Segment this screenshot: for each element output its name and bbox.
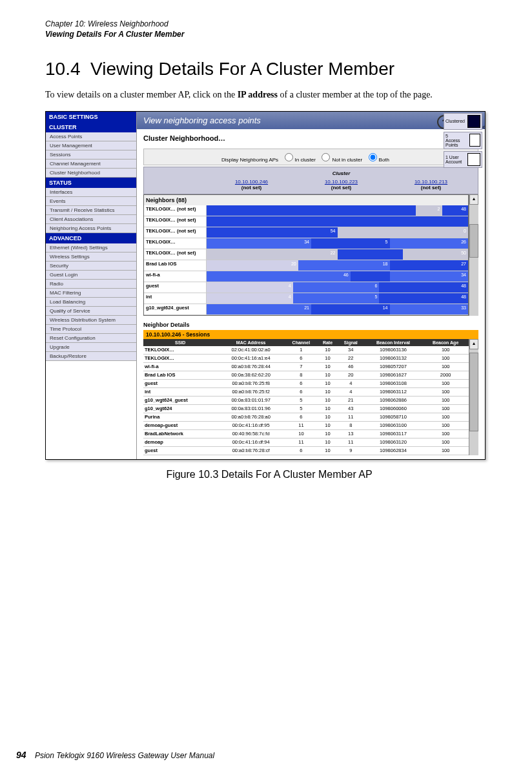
signal-bar xyxy=(207,216,468,227)
neighbor-row: TEKLOGIX… (not set)540 xyxy=(144,227,468,238)
signal-bar: 20 xyxy=(207,260,298,271)
nav-item[interactable]: Security xyxy=(46,262,136,271)
table-row: TEKLOGIX…02:0c:41:00:02:a011034109806313… xyxy=(143,346,469,355)
nav-item[interactable]: Radio xyxy=(46,280,136,289)
info-users[interactable]: 1 UserAccount xyxy=(444,151,482,168)
neighbor-label: TEKLOGIX… (not set) xyxy=(144,205,207,216)
filter-bar: Display Neighboring APs In cluster Not i… xyxy=(143,149,478,165)
signal-bar: 22 xyxy=(207,249,338,260)
scroll-thumb[interactable] xyxy=(469,224,478,258)
nav-item[interactable]: Time Protocol xyxy=(46,325,136,334)
nav-item[interactable]: Reset Configuration xyxy=(46,334,136,343)
scroll-thumb[interactable] xyxy=(469,353,478,431)
nav-item[interactable]: Wireless Settings xyxy=(46,253,136,262)
nav-item[interactable]: User Management xyxy=(46,141,136,150)
table-header: MAC Address xyxy=(217,339,284,346)
signal-bar: 46 xyxy=(207,271,351,282)
radio-both[interactable] xyxy=(369,153,377,161)
nav-item[interactable]: Ethernet (Wired) Settings xyxy=(46,243,136,253)
details-title: Neighbor Details xyxy=(143,320,478,330)
nav-item[interactable]: Backup/Restore xyxy=(46,352,136,361)
nav-item[interactable]: Cluster Neighborhood xyxy=(46,169,136,178)
nav-cluster[interactable]: CLUSTER xyxy=(46,122,136,132)
neighbor-label: TEKLOGIX… (not set) xyxy=(144,249,207,260)
neighbor-row: guest4648 xyxy=(144,282,468,293)
nav-item[interactable]: Sessions xyxy=(46,150,136,160)
info-aps[interactable]: 5Access Points xyxy=(444,132,482,149)
table-row: wi-fi-a00:a0:b8:76:28:447104610980572071… xyxy=(143,362,469,371)
nav-item[interactable]: Interfaces xyxy=(46,188,136,197)
nav-item[interactable]: Channel Management xyxy=(46,160,136,169)
table-header: Channel xyxy=(285,339,318,346)
neighbor-row: int4548 xyxy=(144,293,468,304)
nav-advanced[interactable]: ADVANCED xyxy=(46,233,136,243)
neighbor-row: TEKLOGIX… (not set) xyxy=(144,216,468,227)
subhead: Cluster Neighborhood… xyxy=(137,129,485,147)
cluster-ip-link[interactable]: 10.10.100.223 xyxy=(325,179,358,185)
signal-bar: 5 xyxy=(293,293,380,304)
page-header: Chapter 10: Wireless Neighborhood Viewin… xyxy=(45,19,493,39)
table-header: Rate xyxy=(318,339,338,346)
table-row: TEKLOGIX…00:0c:41:16:a1:e461022109806313… xyxy=(143,354,469,362)
neighbor-label: TEKLOGIX… xyxy=(144,238,207,249)
neighbor-label: TEKLOGIX… (not set) xyxy=(144,216,207,227)
scrollbar[interactable]: ▴ xyxy=(469,339,478,455)
body-paragraph: To view details on a cluster member AP, … xyxy=(45,88,493,101)
signal-bar xyxy=(207,205,416,216)
nav-item[interactable]: Upgrade xyxy=(46,343,136,352)
signal-bar: 50 xyxy=(403,249,468,260)
radio-incluster[interactable] xyxy=(285,153,293,161)
scroll-up-icon[interactable]: ▴ xyxy=(469,339,478,349)
details-link[interactable]: 10.10.100.246 - Sessions xyxy=(143,330,478,339)
nav-item[interactable]: Load Balancing xyxy=(46,298,136,307)
signal-bar: 33 xyxy=(390,304,469,314)
table-row: demoap00:0c:41:16:df:9411101110980631201… xyxy=(143,438,469,446)
neighbor-row: Brad Lab IOS201827 xyxy=(144,260,468,271)
figure-caption: Figure 10.3 Details For A Cluster Member… xyxy=(45,469,493,480)
table-row: int00:a0:b8:76:25:f261041098063112100 xyxy=(143,387,469,396)
left-nav: BASIC SETTINGS CLUSTER Access PointsUser… xyxy=(46,112,137,459)
screenshot: BASIC SETTINGS CLUSTER Access PointsUser… xyxy=(45,111,486,460)
table-header: SSID xyxy=(143,339,217,346)
signal-bar: 54 xyxy=(207,227,338,238)
signal-bar: 26 xyxy=(390,238,469,249)
table-row: g10_wgt62400:0a:83:01:01:965104310980600… xyxy=(143,404,469,413)
signal-bar: 2 xyxy=(416,205,442,216)
neighbor-row: g10_wgt624_guest211433 xyxy=(144,304,468,315)
page-footer: 94 Psion Teklogix 9160 Wireless Gateway … xyxy=(16,750,214,760)
nav-item[interactable]: Quality of Service xyxy=(46,307,136,316)
nav-item[interactable]: Transmit / Receive Statistics xyxy=(46,206,136,215)
table-header: Beacon Interval xyxy=(364,339,423,346)
neighbor-label: guest xyxy=(144,282,207,293)
nav-item[interactable]: Access Points xyxy=(46,132,136,141)
signal-bar xyxy=(338,249,403,260)
cluster-ip-link[interactable]: 10.10.100.213 xyxy=(414,179,447,185)
signal-bar: 27 xyxy=(390,260,469,271)
neighbor-label: wi-fi-a xyxy=(144,271,207,282)
signal-bar: 4 xyxy=(207,293,293,304)
neighbor-label: TEKLOGIX… (not set) xyxy=(144,227,207,238)
neighbor-row: TEKLOGIX… (not set)2250 xyxy=(144,249,468,260)
signal-bar xyxy=(351,271,390,282)
table-row: g10_wgt624_guest00:0a:83:01:01:975102110… xyxy=(143,396,469,404)
signal-bar: 14 xyxy=(311,304,390,314)
signal-bar: 5 xyxy=(311,238,390,249)
table-row: Brad Lab IOS00:0a:38:62:62:2081020109806… xyxy=(143,371,469,379)
neighbors-head: Neighbors (88) xyxy=(144,195,468,205)
scrollbar[interactable]: ▴ xyxy=(469,194,478,316)
radio-notincluster[interactable] xyxy=(322,153,330,161)
nav-item[interactable]: Wireless Distribution System xyxy=(46,316,136,325)
nav-item[interactable]: MAC Filtering xyxy=(46,289,136,298)
cluster-ip-link[interactable]: 10.10.100.246 xyxy=(235,179,268,185)
info-clustered[interactable]: Clustered xyxy=(444,113,482,130)
signal-bar: 34 xyxy=(390,271,469,282)
nav-status[interactable]: STATUS xyxy=(46,178,136,188)
nav-basic[interactable]: BASIC SETTINGS xyxy=(46,112,136,122)
signal-bar: 0 xyxy=(338,227,469,238)
nav-item[interactable]: Guest Login xyxy=(46,271,136,280)
nav-item[interactable]: Neighboring Access Points xyxy=(46,224,136,233)
nav-item[interactable]: Client Associations xyxy=(46,215,136,224)
view-title: View neighboring access points xyxy=(137,112,485,129)
nav-item[interactable]: Events xyxy=(46,197,136,206)
scroll-up-icon[interactable]: ▴ xyxy=(469,194,478,205)
